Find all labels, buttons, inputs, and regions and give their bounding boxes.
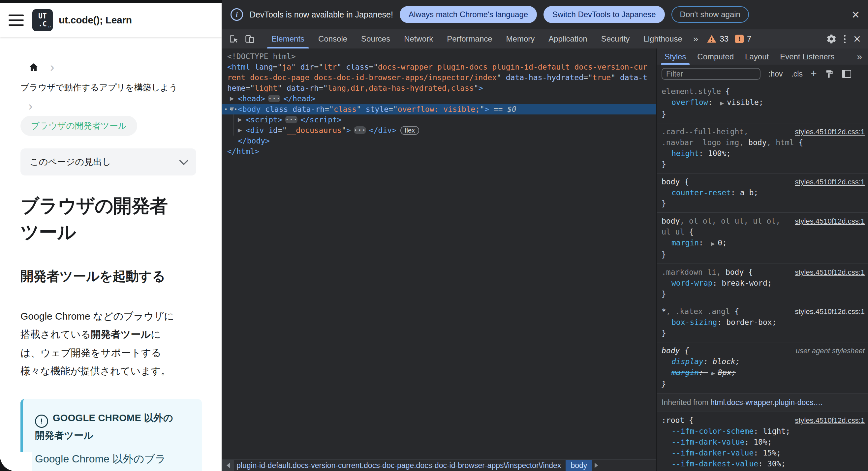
- inherited-from-row: Inherited from html.docs-wrapper.plugin-…: [657, 394, 868, 412]
- site-title[interactable]: ut.code(); Learn: [59, 14, 132, 26]
- css-property[interactable]: --ifm-light-value: 15%;: [661, 469, 865, 471]
- css-rule[interactable]: styles.4510f12d.css:1.card--full-height,…: [657, 123, 868, 174]
- styles-toggle-hov[interactable]: :hov: [768, 70, 783, 78]
- alert-icon: !: [35, 415, 48, 428]
- dont-show-again-button[interactable]: Don't show again: [672, 6, 749, 23]
- settings-gear-icon[interactable]: [826, 33, 837, 45]
- devtools-tab-network[interactable]: Network: [397, 29, 440, 49]
- styles-tab-styles[interactable]: Styles: [659, 49, 691, 65]
- crumb-selected-node[interactable]: body: [566, 460, 592, 471]
- stylesheet-source-link[interactable]: styles.4510f12d.css:1: [795, 126, 865, 137]
- expand-arrow-open-icon[interactable]: ▼: [230, 104, 234, 115]
- crumb-scroll-left-button[interactable]: [222, 460, 234, 471]
- css-rule[interactable]: element.style {overflow: ▶visible;}: [657, 83, 868, 123]
- dom-tree-row[interactable]: ▶<script>···</script>: [222, 115, 656, 125]
- info-icon: i: [230, 8, 243, 21]
- bold-term: 開発者ツール: [91, 329, 151, 340]
- dom-tree-row[interactable]: <!DOCTYPE html>: [222, 51, 656, 62]
- stylesheet-source-link[interactable]: styles.4510f12d.css:1: [795, 177, 865, 187]
- admonition-title: !GOOGLE CHROME 以外の開発者ツール: [35, 410, 174, 443]
- css-rule[interactable]: styles.4510f12d.css:1body {counter-reset…: [657, 174, 868, 213]
- crumb-scroll-right-icon: [595, 463, 600, 468]
- stylesheet-source-link[interactable]: styles.4510f12d.css:1: [795, 306, 865, 317]
- breadcrumb-item[interactable]: ブラウザで動作するアプリを構築しよう: [21, 82, 222, 93]
- dom-tree-row[interactable]: </html>: [222, 146, 656, 157]
- devtools-tab-elements[interactable]: Elements: [265, 29, 311, 49]
- css-property[interactable]: box-sizing: border-box;: [661, 317, 865, 328]
- stylesheet-source-link[interactable]: styles.4510f12d.css:1: [795, 216, 865, 227]
- inspect-element-icon[interactable]: [228, 33, 240, 45]
- devtools-window: i DevTools is now available in Japanese!…: [222, 0, 868, 471]
- css-rule[interactable]: styles.4510f12d.css:1*, .katex .angl {bo…: [657, 303, 868, 342]
- styles-tab-layout[interactable]: Layout: [739, 49, 774, 65]
- css-property[interactable]: overflow: ▶visible;: [661, 97, 865, 109]
- rendering-brush-icon[interactable]: [825, 69, 834, 78]
- expand-children-button[interactable]: ···: [285, 116, 298, 123]
- dom-tree-row[interactable]: ▶<div id="__docusaurus">···</div>flex: [222, 125, 656, 135]
- stylesheet-source-link[interactable]: styles.4510f12d.css:1: [795, 267, 865, 278]
- toc-dropdown[interactable]: このページの見出し: [21, 149, 196, 176]
- css-property[interactable]: display: block;: [661, 356, 865, 367]
- styles-filter-toolbar: :hov.cls +: [657, 65, 868, 83]
- issues-count[interactable]: 7: [747, 34, 751, 43]
- match-language-button[interactable]: Always match Chrome's language: [400, 6, 537, 23]
- devtools-tab-application[interactable]: Application: [541, 29, 594, 49]
- css-rule[interactable]: styles.4510f12d.css:1:root {--ifm-color-…: [657, 412, 868, 471]
- css-property[interactable]: --ifm-darkest-value: 30%;: [661, 459, 865, 469]
- more-sidebar-tabs-icon[interactable]: »: [853, 52, 866, 62]
- css-property[interactable]: --ifm-dark-value: 10%;: [661, 437, 865, 447]
- devtools-tab-lighthouse[interactable]: Lighthouse: [637, 29, 689, 49]
- css-property[interactable]: --ifm-darker-value: 15%;: [661, 447, 865, 459]
- styles-tab-event-listeners[interactable]: Event Listeners: [774, 49, 840, 65]
- chevron-right-icon: ›: [28, 101, 222, 112]
- inherited-element-link[interactable]: html.docs-wrapper.plugin-docs.…: [710, 398, 823, 407]
- css-rule[interactable]: styles.4510f12d.css:1.markdown li, body …: [657, 264, 868, 303]
- devtools-tab-memory[interactable]: Memory: [499, 29, 542, 49]
- issues-icon[interactable]: !: [735, 35, 744, 43]
- warning-count[interactable]: 33: [720, 34, 728, 43]
- expand-arrow-closed-icon[interactable]: ▶: [238, 115, 242, 125]
- kebab-menu-icon[interactable]: [844, 35, 845, 43]
- site-navbar: UT .C ↵ ut.code(); Learn: [0, 3, 222, 37]
- stylesheet-source-link[interactable]: styles.4510f12d.css:1: [795, 415, 865, 426]
- devtools-tab-console[interactable]: Console: [311, 29, 354, 49]
- css-rule[interactable]: user agent stylesheetbody {display: bloc…: [657, 342, 868, 394]
- expand-arrow-closed-icon[interactable]: ▶: [230, 93, 234, 104]
- css-property[interactable]: margin: ▶8px;: [661, 367, 865, 379]
- dom-tree-row[interactable]: <html lang="ja" dir="ltr" class="docs-wr…: [222, 62, 656, 93]
- menu-icon[interactable]: [8, 14, 24, 26]
- site-logo[interactable]: UT .C ↵: [32, 9, 53, 31]
- switch-japanese-button[interactable]: Switch DevTools to Japanese: [544, 6, 665, 23]
- warning-icon[interactable]: [707, 34, 717, 44]
- devtools-tab-security[interactable]: Security: [594, 29, 637, 49]
- expand-children-button[interactable]: ···: [268, 95, 280, 102]
- dom-tree-row-selected[interactable]: ···▼<body class data-rh="class" style="o…: [222, 104, 656, 115]
- new-style-rule-icon[interactable]: +: [811, 67, 817, 80]
- css-property[interactable]: counter-reset: a b;: [661, 187, 865, 198]
- devtools-tab-sources[interactable]: Sources: [354, 29, 397, 49]
- flex-badge[interactable]: flex: [400, 126, 419, 135]
- toggle-sidebar-icon[interactable]: [842, 69, 851, 78]
- css-property[interactable]: margin: ▶0;: [661, 238, 865, 249]
- styles-tab-computed[interactable]: Computed: [691, 49, 739, 65]
- devtools-close-icon[interactable]: ×: [854, 34, 861, 44]
- more-tabs-icon[interactable]: »: [689, 34, 703, 44]
- expand-value-icon: ▶: [720, 100, 724, 106]
- css-property[interactable]: word-wrap: break-word;: [661, 278, 865, 289]
- crumb-path[interactable]: plugin-id-default.docs-version-current.d…: [234, 461, 561, 470]
- dom-tree-row[interactable]: </body>: [222, 135, 656, 146]
- devtools-tab-performance[interactable]: Performance: [440, 29, 499, 49]
- css-property[interactable]: height: 100%;: [661, 148, 865, 159]
- home-icon[interactable]: [28, 62, 39, 72]
- css-property[interactable]: --ifm-color-scheme: light;: [661, 426, 865, 437]
- styles-filter-input[interactable]: [661, 68, 761, 80]
- css-rule[interactable]: styles.4510f12d.css:1body, ol ol, ol ul,…: [657, 213, 868, 264]
- chevron-right-icon: ›: [50, 62, 54, 72]
- breadcrumb-current[interactable]: ブラウザの開発者ツール: [21, 116, 137, 136]
- notification-close-icon[interactable]: ×: [852, 9, 860, 20]
- expand-arrow-closed-icon[interactable]: ▶: [238, 125, 242, 135]
- styles-toggle-cls[interactable]: .cls: [791, 70, 803, 78]
- dom-tree-row[interactable]: ▶<head>···</head>: [222, 93, 656, 104]
- device-toolbar-icon[interactable]: [244, 33, 256, 45]
- expand-children-button[interactable]: ···: [354, 126, 366, 134]
